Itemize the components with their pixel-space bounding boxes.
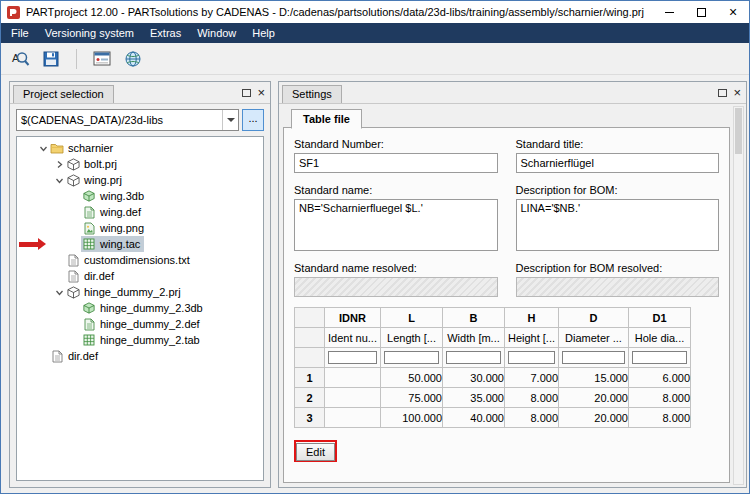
tree-item-content[interactable]: hinge_dummy_2.3db	[81, 300, 207, 316]
maximize-icon[interactable]	[685, 1, 717, 23]
tree-item-content[interactable]: hinge_dummy_2.prj	[65, 284, 185, 300]
caret-right-icon[interactable]	[53, 160, 65, 169]
tab-table-file[interactable]: Table file	[291, 109, 362, 129]
caret-down-icon[interactable]	[37, 144, 49, 153]
caret-down-icon[interactable]	[53, 176, 65, 185]
cell-D-row2[interactable]: 20.000	[559, 388, 629, 408]
bom-field[interactable]: LINA='$NB.'	[516, 199, 720, 251]
row-number[interactable]: 1	[295, 368, 325, 388]
standard-number-field[interactable]: SF1	[294, 153, 498, 173]
cell-D1-row3[interactable]: 8.000	[629, 408, 691, 428]
cell-B-row3[interactable]: 40.000	[443, 408, 505, 428]
filter-input-D1[interactable]	[632, 351, 687, 364]
cell-IDNR-row1[interactable]	[325, 368, 381, 388]
menu-versioning-system[interactable]: Versioning system	[37, 23, 142, 43]
minimize-icon[interactable]	[653, 1, 685, 23]
panel-float-icon[interactable]	[718, 89, 727, 97]
tree-item-wing.3db[interactable]: wing.3db	[17, 188, 263, 204]
cell-H-row3[interactable]: 8.000	[505, 408, 559, 428]
filter-input-L[interactable]	[384, 351, 439, 364]
tree-item-content[interactable]: wing.png	[81, 220, 148, 236]
cell-L-row3[interactable]: 100.000	[381, 408, 443, 428]
panel-close-icon[interactable]: ×	[257, 86, 265, 99]
tree-item-dir.def[interactable]: dir.def	[17, 268, 263, 284]
cell-H-row1[interactable]: 7.000	[505, 368, 559, 388]
filter-input-B[interactable]	[446, 351, 501, 364]
tree-item-selected[interactable]: wing.tac	[81, 236, 144, 252]
filter-input-D[interactable]	[562, 351, 625, 364]
vertical-scrollbar[interactable]	[733, 106, 744, 485]
tree-item-label: wing.3db	[100, 190, 144, 202]
caret-down-icon[interactable]	[53, 288, 65, 297]
cell-D1-row1[interactable]: 6.000	[629, 368, 691, 388]
tree-item-hinge_dummy_2.def[interactable]: hinge_dummy_2.def	[17, 316, 263, 332]
tree-item-content[interactable]: bolt.prj	[65, 156, 121, 172]
chevron-down-icon[interactable]	[222, 110, 238, 130]
tree-item-content[interactable]: wing.def	[81, 204, 145, 220]
globe-icon[interactable]	[120, 46, 146, 72]
tree-item-content[interactable]: customdimensions.txt	[65, 252, 194, 268]
filter-input-IDNR[interactable]	[328, 351, 377, 364]
menu-extras[interactable]: Extras	[142, 23, 189, 43]
table-corner	[295, 328, 325, 348]
cell-IDNR-row2[interactable]	[325, 388, 381, 408]
tree-item-dir.def[interactable]: dir.def	[17, 348, 263, 364]
panel-close-icon[interactable]: ×	[733, 86, 741, 99]
tree-item-hinge_dummy_2.tab[interactable]: hinge_dummy_2.tab	[17, 332, 263, 348]
tree-item-content[interactable]: wing.3db	[81, 188, 148, 204]
column-header-H: H	[505, 308, 559, 328]
tree-item-content[interactable]: scharnier	[49, 140, 117, 156]
cell-B-row1[interactable]: 30.000	[443, 368, 505, 388]
tree-item-label: hinge_dummy_2.tab	[100, 334, 200, 346]
save-icon[interactable]	[38, 46, 64, 72]
menu-help[interactable]: Help	[244, 23, 283, 43]
annotation-highlight: Edit	[294, 440, 337, 462]
cell-IDNR-row3[interactable]	[325, 408, 381, 428]
table-row-2: 275.00035.0008.00020.0008.000	[295, 388, 691, 408]
tree-item-wing.prj[interactable]: wing.prj	[17, 172, 263, 188]
tree-item-customdimensions.txt[interactable]: customdimensions.txt	[17, 252, 263, 268]
tree-item-label: hinge_dummy_2.prj	[84, 286, 181, 298]
tree-item-content[interactable]: hinge_dummy_2.tab	[81, 332, 204, 348]
library-path-select[interactable]: $(CADENAS_DATA)/23d-libs	[16, 109, 239, 131]
tree-item-bolt.prj[interactable]: bolt.prj	[17, 156, 263, 172]
application-window-icon[interactable]	[89, 46, 115, 72]
tree-item-hinge_dummy_2.3db[interactable]: hinge_dummy_2.3db	[17, 300, 263, 316]
standard-title-field[interactable]: Scharnierflügel	[516, 153, 720, 173]
cell-H-row2[interactable]: 8.000	[505, 388, 559, 408]
standard-name-resolved-label: Standard name resolved:	[294, 262, 498, 274]
filter-input-H[interactable]	[508, 351, 555, 364]
file-def-icon	[82, 317, 96, 331]
cell-D-row1[interactable]: 15.000	[559, 368, 629, 388]
cell-B-row2[interactable]: 35.000	[443, 388, 505, 408]
edit-button[interactable]: Edit	[296, 443, 335, 461]
scrollbar-thumb[interactable]	[735, 108, 742, 154]
find-text-icon[interactable]: A	[7, 46, 33, 72]
file-table-icon	[82, 237, 96, 251]
tree-item-content[interactable]: hinge_dummy_2.def	[81, 316, 204, 332]
tree-item-hinge_dummy_2.prj[interactable]: hinge_dummy_2.prj	[17, 284, 263, 300]
column-header-IDNR: IDNR	[325, 308, 381, 328]
tree-item-content[interactable]: dir.def	[65, 268, 118, 284]
row-number[interactable]: 2	[295, 388, 325, 408]
tree-item-wing.tac[interactable]: wing.tac	[17, 236, 263, 252]
menu-window[interactable]: Window	[189, 23, 244, 43]
tree-item-wing.def[interactable]: wing.def	[17, 204, 263, 220]
row-number[interactable]: 3	[295, 408, 325, 428]
dimension-table-body: IDNRLBHDD1Ident nu...Length [...Width [m…	[295, 308, 691, 428]
tree-item-wing.png[interactable]: wing.png	[17, 220, 263, 236]
menu-file[interactable]: File	[3, 23, 37, 43]
cell-L-row1[interactable]: 50.000	[381, 368, 443, 388]
close-icon[interactable]: ×	[717, 1, 749, 23]
tree-item-content[interactable]: dir.def	[49, 348, 102, 364]
tree-item-scharnier[interactable]: scharnier	[17, 140, 263, 156]
settings-panel-title: Settings	[282, 85, 342, 103]
browse-button[interactable]: ...	[242, 109, 264, 131]
tree-item-content[interactable]: wing.prj	[65, 172, 126, 188]
cell-D1-row2[interactable]: 8.000	[629, 388, 691, 408]
standard-name-field[interactable]: NB='Scharnierfluegel $L.'	[294, 199, 498, 251]
cell-L-row2[interactable]: 75.000	[381, 388, 443, 408]
panel-float-icon[interactable]	[242, 89, 251, 97]
cell-D-row3[interactable]: 20.000	[559, 408, 629, 428]
window-title: PARTproject 12.00 - PARTsolutions by CAD…	[26, 6, 648, 18]
